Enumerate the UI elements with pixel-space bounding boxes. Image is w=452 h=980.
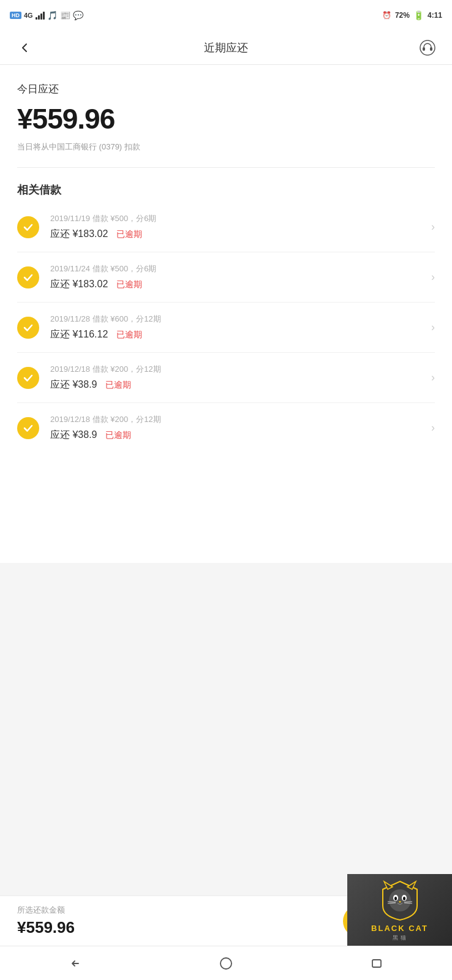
status-right: ⏰ 72% 🔋 4:11	[382, 10, 442, 20]
loan-amount-row-5: 应还 ¥38.9 已逾期	[50, 429, 426, 442]
page-title: 近期应还	[204, 40, 248, 55]
status-left: HD 4G 🎵 📰 💬	[10, 10, 83, 20]
loan-amount-row-1: 应还 ¥183.02 已逾期	[50, 228, 426, 241]
loan-info-5: 2019/12/18 借款 ¥200，分12期 应还 ¥38.9 已逾期	[50, 414, 426, 442]
blackcat-text: BLACK CAT	[371, 924, 428, 933]
time: 4:11	[428, 11, 442, 20]
loan-status-5: 已逾期	[105, 430, 131, 441]
nav-back-system[interactable]	[60, 948, 91, 979]
service-button[interactable]	[415, 36, 440, 60]
blackcat-subtext: 黑 猫	[393, 934, 407, 942]
loan-checkbox-4	[17, 367, 39, 389]
svg-point-12	[220, 958, 232, 969]
loans-section: 相关借款 2019/11/19 借款 ¥500，分6期 应还 ¥183.02 已…	[0, 168, 452, 453]
loan-amount-row-2: 应还 ¥183.02 已逾期	[50, 278, 426, 291]
bottom-total-label: 所选还款金额	[17, 905, 75, 916]
app-icon-2: 📰	[60, 10, 70, 20]
loan-item-2[interactable]: 2019/11/24 借款 ¥500，分6期 应还 ¥183.02 已逾期 ›	[17, 252, 435, 303]
nav-bar: 近期应还	[0, 31, 452, 65]
loan-arrow-2: ›	[431, 271, 435, 284]
loan-meta-2: 2019/11/24 借款 ¥500，分6期	[50, 263, 426, 274]
loan-meta-3: 2019/11/28 借款 ¥600，分12期	[50, 314, 426, 325]
loan-meta-4: 2019/12/18 借款 ¥200，分12期	[50, 364, 426, 375]
battery-icon: 🔋	[413, 10, 424, 20]
loan-checkbox-1	[17, 216, 39, 238]
loan-info-1: 2019/11/19 借款 ¥500，分6期 应还 ¥183.02 已逾期	[50, 213, 426, 241]
loan-status-4: 已逾期	[105, 380, 131, 391]
alarm-icon: ⏰	[382, 11, 391, 20]
svg-rect-1	[423, 47, 425, 51]
main-content: 今日应还 ¥559.96 当日将从中国工商银行 (0379) 扣款 相关借款 2…	[0, 65, 452, 563]
loan-checkbox-2	[17, 266, 39, 288]
signal-bar-1	[36, 17, 37, 20]
svg-point-3	[389, 889, 411, 911]
svg-point-7	[403, 897, 405, 900]
signal-bar-4	[43, 12, 45, 20]
bottom-total: 所选还款金额 ¥559.96	[17, 905, 75, 937]
app-icon-1: 🎵	[47, 10, 58, 20]
loan-amount-3: 应还 ¥116.12	[50, 328, 108, 341]
svg-point-0	[420, 40, 435, 55]
loan-checkbox-5	[17, 417, 39, 439]
svg-rect-13	[372, 960, 381, 967]
loan-info-2: 2019/11/24 借款 ¥500，分6期 应还 ¥183.02 已逾期	[50, 263, 426, 291]
loan-arrow-1: ›	[431, 221, 435, 233]
loan-arrow-4: ›	[431, 371, 435, 384]
loan-amount-row-3: 应还 ¥116.12 已逾期	[50, 328, 426, 341]
blackcat-logo-svg	[375, 878, 424, 921]
back-button[interactable]	[12, 36, 37, 60]
signal-4g: 4G	[24, 12, 33, 19]
loan-item-4[interactable]: 2019/12/18 借款 ¥200，分12期 应还 ¥38.9 已逾期 ›	[17, 353, 435, 403]
nav-recent-system[interactable]	[361, 948, 392, 979]
loan-checkbox-3	[17, 317, 39, 339]
loan-info-3: 2019/11/28 借款 ¥600，分12期 应还 ¥116.12 已逾期	[50, 314, 426, 341]
loan-item-5[interactable]: 2019/12/18 借款 ¥200，分12期 应还 ¥38.9 已逾期 ›	[17, 403, 435, 453]
today-label: 今日应还	[17, 82, 435, 96]
loan-amount-5: 应还 ¥38.9	[50, 429, 97, 442]
nav-home-system[interactable]	[211, 948, 241, 979]
loan-amount-1: 应还 ¥183.02	[50, 228, 108, 241]
status-bar: HD 4G 🎵 📰 💬 ⏰ 72% 🔋 4:11	[0, 0, 452, 31]
content-spacer	[0, 453, 452, 563]
loans-label: 相关借款	[17, 183, 435, 197]
loan-amount-2: 应还 ¥183.02	[50, 278, 108, 291]
loan-item-3[interactable]: 2019/11/28 借款 ¥600，分12期 应还 ¥116.12 已逾期 ›	[17, 303, 435, 353]
loan-item-1[interactable]: 2019/11/19 借款 ¥500，分6期 应还 ¥183.02 已逾期 ›	[17, 202, 435, 252]
hd-badge: HD	[10, 12, 21, 19]
loan-arrow-5: ›	[431, 421, 435, 434]
signal-bar-2	[38, 15, 40, 20]
today-amount: ¥559.96	[17, 102, 435, 135]
loan-arrow-3: ›	[431, 321, 435, 334]
bottom-total-amount: ¥559.96	[17, 918, 75, 937]
today-desc: 当日将从中国工商银行 (0379) 扣款	[17, 141, 435, 153]
loan-status-2: 已逾期	[116, 279, 142, 290]
battery-percent: 72%	[395, 11, 410, 20]
loan-amount-row-4: 应还 ¥38.9 已逾期	[50, 379, 426, 391]
blackcat-watermark: BLACK CAT 黑 猫	[347, 874, 452, 946]
loan-status-3: 已逾期	[116, 330, 142, 341]
loan-meta-5: 2019/12/18 借款 ¥200，分12期	[50, 414, 426, 425]
signal-bars	[36, 11, 45, 20]
svg-point-6	[394, 897, 397, 900]
app-icon-3: 💬	[73, 10, 83, 20]
loan-status-1: 已逾期	[116, 229, 142, 240]
loan-info-4: 2019/12/18 借款 ¥200，分12期 应还 ¥38.9 已逾期	[50, 364, 426, 391]
svg-rect-2	[430, 47, 432, 51]
loan-amount-4: 应还 ¥38.9	[50, 379, 97, 391]
loan-meta-1: 2019/11/19 借款 ¥500，分6期	[50, 213, 426, 224]
system-nav	[0, 946, 452, 980]
today-section: 今日应还 ¥559.96 当日将从中国工商银行 (0379) 扣款	[0, 65, 452, 167]
signal-bar-3	[40, 13, 42, 20]
